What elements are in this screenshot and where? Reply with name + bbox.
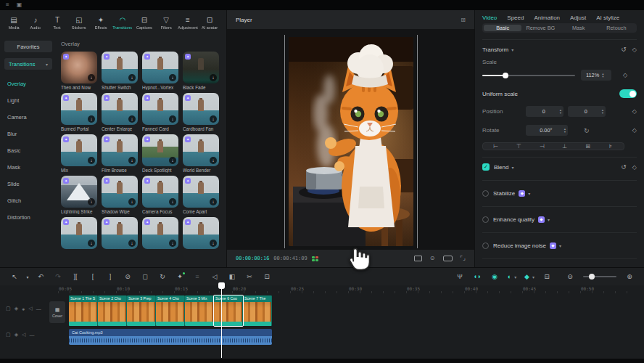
sidebar-item-distortion[interactable]: Distortion — [4, 209, 52, 226]
scale-slider[interactable] — [482, 75, 575, 76]
media-tab-filters[interactable]: ▽Filters — [155, 16, 177, 30]
auto-keyframe-toggle-icon[interactable]: ◆▾ — [521, 273, 538, 280]
media-tab-stickers[interactable]: ◱Stickers — [68, 16, 90, 30]
aspect-ratio-icon[interactable] — [414, 256, 422, 261]
link-toggle-icon[interactable]: ◉ — [486, 273, 503, 280]
timeline-ruler[interactable]: 00:0500:1000:1500:2000:2500:3000:3500:40… — [0, 285, 644, 294]
transition-tile-hypnot-vortex[interactable]: ✦↓Hypnot...Vortex — [142, 52, 178, 90]
player-options-icon[interactable]: ⊞ — [461, 17, 466, 23]
transition-tile-center-enlarge[interactable]: ✦↓Center Enlarge — [102, 93, 138, 131]
media-tab-adjustment[interactable]: ≡Adjustment — [177, 16, 199, 30]
sidebar-item-glitch[interactable]: Glitch — [4, 192, 52, 209]
fullscreen-icon[interactable]: ⌜⌟ — [461, 256, 466, 261]
blend-keyframe-icon[interactable]: ◇ — [632, 164, 637, 171]
reset-transform-icon[interactable]: ↺ — [621, 46, 627, 53]
crop-icon[interactable]: ✂ — [241, 273, 258, 280]
download-icon[interactable]: ↓ — [169, 157, 176, 164]
tab-animation[interactable]: Animation — [534, 15, 560, 21]
track-options-icon[interactable]: ≡ — [189, 273, 206, 280]
media-tab-ai-avatar[interactable]: ⊡AI avatar — [199, 16, 220, 30]
favorites-button[interactable]: Favorites — [4, 41, 52, 52]
download-icon[interactable]: ↓ — [169, 74, 176, 81]
track-hide-icon[interactable]: ● — [22, 306, 25, 311]
subtab-mask[interactable]: Mask — [560, 25, 598, 31]
clip-scene-2-cho[interactable]: Scene 2 Cho — [98, 295, 127, 326]
download-icon[interactable]: ↓ — [88, 74, 95, 81]
download-icon[interactable]: ↓ — [210, 115, 217, 123]
blend-label[interactable]: Blend — [494, 164, 508, 171]
media-tab-media[interactable]: ▤Media — [3, 16, 25, 30]
transition-tile-item[interactable]: ✦↓ — [102, 217, 138, 250]
transition-tile-film-browse[interactable]: ✦↓Film Browse — [102, 134, 138, 173]
tab-adjust[interactable]: Adjust — [570, 15, 586, 21]
preview-axis-toggle-icon[interactable]: ◐▾ — [503, 273, 521, 280]
category-dropdown[interactable]: Transitions ▾ — [4, 58, 52, 70]
download-icon[interactable]: ↓ — [210, 240, 217, 247]
media-tab-text[interactable]: TText — [46, 16, 68, 30]
undo-icon[interactable]: ↶ — [32, 273, 49, 280]
clip-scene-7-the[interactable]: Scene 7 The — [243, 295, 272, 326]
playhead-line[interactable] — [221, 284, 222, 358]
download-icon[interactable]: ↓ — [128, 157, 136, 164]
transition-tile-item[interactable]: ✦↓ — [61, 217, 97, 250]
reverse-icon[interactable]: ↻ — [154, 273, 171, 280]
download-icon[interactable]: ↓ — [169, 198, 176, 205]
transition-tile-item[interactable]: ✦↓ — [142, 217, 178, 250]
track-collapse-icon[interactable]: — — [29, 333, 34, 338]
subtab-remove-bg[interactable]: Remove BG — [521, 25, 559, 31]
scale-value-field[interactable]: 112% ▴▾ — [581, 70, 611, 81]
download-icon[interactable]: ↓ — [169, 115, 176, 123]
zoom-fit-icon[interactable]: ⊙ — [430, 256, 435, 261]
preview-window-icon[interactable]: ⊟ — [538, 273, 556, 280]
preview-quality-icon[interactable] — [443, 256, 453, 261]
media-tab-effects[interactable]: ✦Effects — [90, 16, 112, 30]
tab-ai-stylize[interactable]: AI stylize — [596, 15, 619, 21]
clip-scene-3-prep[interactable]: Scene 3 Prep — [127, 295, 156, 326]
delete-icon[interactable]: ⊘ — [119, 273, 136, 280]
position-y-stepper[interactable]: ▴▾ — [602, 109, 603, 114]
voiceover-mic-icon[interactable]: Ψ — [451, 273, 468, 280]
clip-scene-1-the-s[interactable]: Scene 1 The S — [69, 295, 98, 326]
redo-icon[interactable]: ↷ — [49, 273, 67, 280]
download-icon[interactable]: ↓ — [88, 198, 95, 205]
select-tool-icon[interactable]: ↖ — [6, 273, 23, 280]
timeline-zoom-in-icon[interactable]: ⊕ — [621, 273, 638, 280]
download-icon[interactable]: ↓ — [210, 198, 217, 205]
clip-scene-6-coo[interactable]: Scene 6 Coo — [214, 295, 243, 326]
blend-checkbox[interactable]: ✓ — [482, 163, 490, 171]
transition-tile-cardboard-fan[interactable]: ✦↓Cardboard Fan — [183, 93, 219, 131]
align-icon-3[interactable]: ⊥ — [553, 143, 577, 150]
media-tab-transitions[interactable]: ◠Transitions — [112, 16, 133, 30]
enhance-quality-chevron-icon[interactable]: ▾ — [548, 217, 550, 222]
subtab-retouch[interactable]: Retouch — [598, 25, 635, 31]
transition-tile-black-fade[interactable]: ✦↓Black Fade — [183, 52, 219, 90]
cover-button[interactable]: ▦ Cover — [49, 301, 65, 323]
transition-tile-fanned-card[interactable]: ✦↓Fanned Card — [142, 93, 178, 131]
snap-toggle-icon[interactable]: ◖◗ — [468, 273, 486, 280]
download-icon[interactable]: ↓ — [128, 240, 136, 247]
track-lock-icon[interactable]: ◈ — [15, 332, 18, 338]
blend-reset-icon[interactable]: ↺ — [621, 163, 627, 171]
subtab-basic[interactable]: Basic — [484, 25, 521, 31]
transition-tile-burned-portal[interactable]: ✦↓Burned Portal — [61, 93, 97, 131]
sidebar-item-overlay[interactable]: Overlay — [4, 76, 52, 92]
download-icon[interactable]: ↓ — [210, 157, 217, 164]
media-tab-captions[interactable]: ⊟Captions — [133, 16, 155, 30]
rotate-keyframe-icon[interactable]: ◇ — [632, 127, 637, 134]
download-icon[interactable]: ↓ — [210, 74, 217, 81]
position-x-stepper[interactable]: ▴▾ — [560, 109, 561, 114]
rotate-stepper[interactable]: ▴▾ — [564, 128, 566, 133]
clip-scene-5-mix[interactable]: Scene 5 Mix — [185, 295, 214, 326]
download-icon[interactable]: ↓ — [128, 115, 136, 123]
rotate-dial-icon[interactable]: ↻ — [584, 127, 590, 134]
position-y-field[interactable]: 0 ▴▾ — [568, 106, 606, 117]
mirror-icon[interactable]: ◧ — [223, 273, 241, 280]
transition-tile-item[interactable]: ✦↓ — [183, 217, 219, 250]
transition-tile-deck-spotlight[interactable]: ✦↓Deck Spotlight — [142, 134, 178, 173]
transition-tile-then-and-now[interactable]: ✦↓Then and Now — [61, 52, 97, 90]
delete-left-icon[interactable]: [ — [84, 273, 102, 280]
scale-stepper[interactable]: ▴▾ — [602, 73, 603, 78]
timeline-zoom-out-icon[interactable]: ⊖ — [561, 273, 579, 280]
rotate-value-field[interactable]: 0.00° ▴▾ — [526, 125, 568, 136]
transition-tile-camera-focus[interactable]: ✦↓Camera Focus — [142, 176, 178, 214]
